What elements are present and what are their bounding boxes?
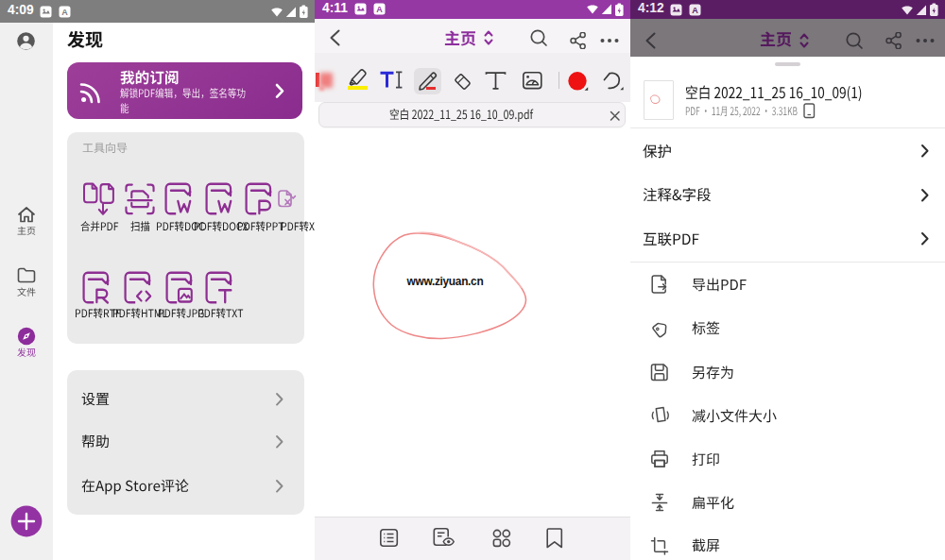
svg-text:A: A: [61, 7, 68, 16]
svg-text:A: A: [376, 5, 383, 14]
svg-text:A: A: [692, 5, 698, 14]
